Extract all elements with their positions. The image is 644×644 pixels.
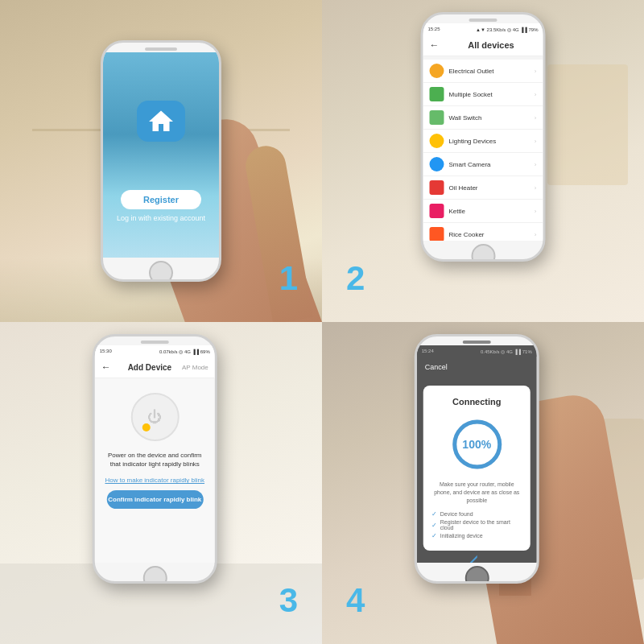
status-bar-3: 15:30 0.07kb/s ◎ 4G ▐▐ 69% xyxy=(95,345,215,357)
add-device-header: ← Add Device AP Mode xyxy=(95,357,215,378)
phone-2: 15:25 ▲▼ 23.5Kb/s ◎ 4G ▐▐ 79% ← All devi… xyxy=(421,12,546,262)
phone-home-button-4[interactable] xyxy=(464,566,489,584)
check-icon-3: ✓ xyxy=(431,532,437,539)
check-icon-2: ✓ xyxy=(431,522,437,529)
step-number-4: 4 xyxy=(346,581,365,620)
checklist-item-3: ✓ Initializing device xyxy=(431,532,522,539)
device-list: Electrical Outlet › Multiple Socket › Wa… xyxy=(423,60,543,241)
list-item[interactable]: Oil Heater › xyxy=(423,176,543,200)
connecting-header: Cancel xyxy=(417,357,537,378)
home-app-icon xyxy=(147,107,175,136)
list-item[interactable]: Lighting Devices › xyxy=(423,130,543,153)
device-indicator-area: ⏻ xyxy=(95,378,215,451)
login-link[interactable]: Log in with existing account xyxy=(117,214,205,222)
progress-circle: 100% xyxy=(448,416,505,473)
confirm-blink-button[interactable]: Confirm indicator rapidly blink xyxy=(106,490,203,509)
percent-display: 100% xyxy=(462,438,491,451)
add-device-title: Add Device xyxy=(118,363,182,372)
step-1-cell: Register Log in with existing account 1 xyxy=(0,0,322,322)
checklist-item-2: ✓ Register device to the smart cloud xyxy=(431,519,522,530)
phone-home-button-3[interactable] xyxy=(142,566,167,584)
phone-1: Register Log in with existing account xyxy=(101,40,221,282)
connecting-card: Connecting 100% Make sure your router, m… xyxy=(423,386,530,551)
status-bar-2: 15:25 ▲▼ 23.5Kb/s ◎ 4G ▐▐ 79% xyxy=(423,23,543,35)
instruction-text: Power on the device and confirm that ind… xyxy=(95,451,215,469)
status-bar-4: 15:24 0.45Kb/s ◎ 4G ▐▐ 71% xyxy=(417,345,537,357)
ap-mode-label: AP Mode xyxy=(182,364,208,371)
check-icon-1: ✓ xyxy=(431,510,437,518)
power-icon: ⏻ xyxy=(147,409,162,426)
how-to-link[interactable]: How to make indicator rapidly blink xyxy=(95,477,215,484)
cancel-button[interactable]: Cancel xyxy=(425,363,448,371)
step-number-2: 2 xyxy=(346,259,365,298)
phone-home-button[interactable] xyxy=(149,261,173,282)
step-2-cell: 15:25 ▲▼ 23.5Kb/s ◎ 4G ▐▐ 79% ← All devi… xyxy=(322,0,644,322)
all-devices-title: All devices xyxy=(446,40,537,50)
connecting-title: Connecting xyxy=(431,397,522,407)
indicator-dot xyxy=(142,423,150,431)
list-item[interactable]: Wall Switch › xyxy=(423,106,543,130)
back-arrow-icon[interactable]: ← xyxy=(430,39,440,51)
step-4-cell: 15:24 0.45Kb/s ◎ 4G ▐▐ 71% Cancel Connec… xyxy=(322,322,644,644)
list-item[interactable]: Rice Cooker › xyxy=(423,223,543,241)
bottom-spinner xyxy=(417,559,537,563)
back-arrow-icon-3[interactable]: ← xyxy=(101,361,111,373)
phone-home-button-2[interactable] xyxy=(471,244,495,262)
device-circle: ⏻ xyxy=(130,393,179,441)
step-number-3: 3 xyxy=(279,581,298,620)
list-item[interactable]: Smart Camera › xyxy=(423,153,543,176)
register-button[interactable]: Register xyxy=(121,190,201,209)
checklist-item-1: ✓ Device found xyxy=(431,510,522,518)
list-item[interactable]: Multiple Socket › xyxy=(423,83,543,106)
all-devices-header: ← All devices xyxy=(423,35,543,56)
step-number-1: 1 xyxy=(279,259,298,298)
connecting-subtitle: Make sure your router, mobile phone, and… xyxy=(431,481,522,504)
list-item[interactable]: Electrical Outlet › xyxy=(423,60,543,83)
list-item[interactable]: Kettle › xyxy=(423,200,543,223)
step-3-cell: 15:30 0.07kb/s ◎ 4G ▐▐ 69% ← Add Device … xyxy=(0,322,322,644)
phone-4: 15:24 0.45Kb/s ◎ 4G ▐▐ 71% Cancel Connec… xyxy=(415,334,539,584)
phone-3: 15:30 0.07kb/s ◎ 4G ▐▐ 69% ← Add Device … xyxy=(93,334,217,584)
instruction-grid: Register Log in with existing account 1 … xyxy=(0,0,644,644)
